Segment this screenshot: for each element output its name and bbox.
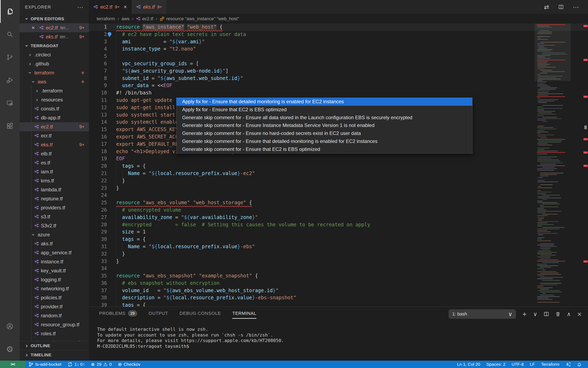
tree-file-security_groups.tf[interactable]: security_groups.tf <box>20 338 89 341</box>
code-line[interactable]: 37 volume_id = "${aws_ebs_volume.web_hos… <box>89 287 588 294</box>
overview-ruler[interactable] <box>583 24 588 307</box>
code-line[interactable]: 26 # unencrypted volume <box>89 206 588 214</box>
activity-accounts[interactable] <box>0 315 20 338</box>
tree-file-s3.tf[interactable]: s3.tf <box>20 212 89 221</box>
tree-folder-terraform[interactable]: ›terraform <box>20 68 89 77</box>
code-line[interactable]: 2 # ec2 have plain text secrets in user … <box>89 31 588 38</box>
status-language-mode[interactable]: Terraform <box>538 361 562 368</box>
line-number[interactable]: 7 <box>89 67 107 75</box>
line-number[interactable]: 32 <box>89 250 107 258</box>
line-number[interactable]: 16 <box>89 133 107 141</box>
tree-folder-.terraform[interactable]: ›.terraform <box>20 86 89 95</box>
tree-file-random.tf[interactable]: random.tf <box>20 311 89 320</box>
tree-file-app_service.tf[interactable]: app_service.tf <box>20 248 89 257</box>
code-line[interactable]: 21 Name = "${local.resource_prefix.value… <box>89 170 588 177</box>
code-line[interactable]: 24 <box>89 192 588 199</box>
line-number[interactable]: 2 <box>89 31 107 38</box>
terminal-output[interactable]: The default interactive shell is now zsh… <box>97 326 284 349</box>
status-checkov[interactable]: ⊗Checkov <box>115 361 143 368</box>
activity-search[interactable] <box>0 23 20 46</box>
activity-explorer[interactable] <box>0 0 20 23</box>
quickfix-item[interactable]: Generate skip comment for - Ensure that … <box>176 145 472 153</box>
tree-file-policies.tf[interactable]: policies.tf <box>20 293 89 302</box>
code-line[interactable]: 7 "${aws_security_group.web-node.id}"] <box>89 67 588 75</box>
line-number[interactable]: 20 <box>89 163 107 170</box>
line-number[interactable]: 28 <box>89 221 107 229</box>
line-number[interactable]: 23 <box>89 185 107 192</box>
kill-terminal-icon[interactable] <box>555 311 560 317</box>
tree-file-networking.tf[interactable]: networking.tf <box>20 284 89 293</box>
line-number[interactable]: 11 <box>89 97 107 104</box>
tab-ec2.tf[interactable]: ec2.tf9+× <box>89 0 132 14</box>
line-number[interactable]: 18 <box>89 148 107 155</box>
line-number[interactable]: 5 <box>89 53 107 60</box>
line-number[interactable]: 25 <box>89 199 107 206</box>
status-cursor-position[interactable]: Ln 1, Col 20 <box>454 361 483 368</box>
code-line[interactable]: 9 user_data = <<EOF <box>89 82 588 89</box>
code-line[interactable]: 32 } <box>89 250 588 258</box>
tree-file-aks.tf[interactable]: aks.tf <box>20 239 89 248</box>
line-number[interactable]: 10 <box>89 89 107 97</box>
tree-file-instance.tf[interactable]: instance.tf <box>20 257 89 266</box>
tree-file-resource_group.tf[interactable]: resource_group.tf <box>20 320 89 329</box>
tree-file-S3v2.tf[interactable]: S3v2.tf <box>20 221 89 230</box>
tree-file-roles.tf[interactable]: roles.tf <box>20 329 89 338</box>
code-line[interactable]: 1resource "aws_instance" "web_host" { <box>89 24 588 31</box>
panel-tab-terminal[interactable]: TERMINAL <box>232 311 256 319</box>
line-number[interactable]: 31 <box>89 243 107 250</box>
tree-file-db-app.tf[interactable]: db-app.tf <box>20 113 89 122</box>
terminal-dropdown-icon[interactable]: ∨ <box>533 311 538 318</box>
line-number[interactable]: 17 <box>89 141 107 148</box>
close-icon[interactable]: × <box>31 25 39 31</box>
code-line[interactable]: 36 # ebs snapshot without encryption <box>89 280 588 287</box>
quickfix-item[interactable]: Generate skip comment for - Ensure no ha… <box>176 129 472 137</box>
line-number[interactable]: 24 <box>89 192 107 199</box>
code-line[interactable]: 22 } <box>89 177 588 185</box>
status-sync[interactable]: 1↓ 0↑ <box>64 361 88 368</box>
code-line[interactable]: 29 size = 1 <box>89 228 588 236</box>
activity-extensions[interactable] <box>0 114 20 137</box>
line-number[interactable]: 26 <box>89 206 107 214</box>
line-number[interactable]: 33 <box>89 258 107 265</box>
code-line[interactable]: 19EOF <box>89 155 588 163</box>
line-number[interactable]: 27 <box>89 214 107 221</box>
line-number[interactable]: 13 <box>89 111 107 119</box>
breadcrumb-item[interactable]: resource "aws_instance" "web_host" <box>160 16 239 21</box>
open-changes-icon[interactable]: ⇄ <box>544 3 549 11</box>
activity-remote-explorer[interactable] <box>0 92 20 114</box>
code-line[interactable]: 35resource "aws_ebs_snapshot" "example_s… <box>89 272 588 280</box>
status-eol[interactable]: LF <box>527 361 538 368</box>
panel-tab-output[interactable]: OUTPUT <box>149 311 168 319</box>
split-terminal-icon[interactable] <box>543 311 549 317</box>
code-line[interactable]: 5 <box>89 53 588 60</box>
code-line[interactable]: 31 Name = "${local.resource_prefix.value… <box>89 243 588 250</box>
line-number[interactable]: 6 <box>89 60 107 67</box>
quickfix-item[interactable]: Generate skip comment for - Ensure Insta… <box>176 121 472 129</box>
status-notifications[interactable] <box>574 361 585 368</box>
line-number[interactable]: 9 <box>89 82 107 89</box>
activity-run-and-debug[interactable] <box>0 69 20 92</box>
code-line[interactable]: 4 instance_type = "t2.nano" <box>89 45 588 53</box>
code-line[interactable]: 28 #encrypted = false # Setting this cau… <box>89 221 588 229</box>
line-number[interactable]: 37 <box>89 287 107 294</box>
tree-file-ecr.tf[interactable]: ecr.tf <box>20 131 89 140</box>
maximize-panel-icon[interactable]: ∧ <box>567 311 571 318</box>
minimap[interactable] <box>537 24 568 304</box>
line-number[interactable]: 38 <box>89 294 107 302</box>
panel-tab-debug-console[interactable]: DEBUG CONSOLE <box>180 311 221 319</box>
open-editors-section-header[interactable]: › OPEN EDITORS <box>20 14 89 23</box>
line-number[interactable]: 19 <box>89 155 107 163</box>
breadcrumb-item[interactable]: ec2.tf <box>136 16 153 21</box>
new-terminal-icon[interactable]: + <box>522 311 527 318</box>
line-number[interactable]: 35 <box>89 272 107 280</box>
code-line[interactable]: 20 tags = { <box>89 163 588 170</box>
tree-folder-azure[interactable]: ›azure <box>20 230 89 239</box>
open-editor-ec2.tf[interactable]: ×ec2.tfter...9+ <box>20 23 89 32</box>
quickfix-item[interactable]: Apply fix for - Ensure that detailed mon… <box>176 98 472 106</box>
tree-file-consts.tf[interactable]: consts.tf <box>20 104 89 113</box>
activity-source-control[interactable] <box>0 46 20 69</box>
terminal-select[interactable]: 1: bash∨ <box>449 309 516 319</box>
breadcrumb-item[interactable]: aws <box>121 16 129 21</box>
code-line[interactable]: 25resource "aws_ebs_volume" "web_host_st… <box>89 199 588 206</box>
status-feedback[interactable] <box>562 361 574 368</box>
